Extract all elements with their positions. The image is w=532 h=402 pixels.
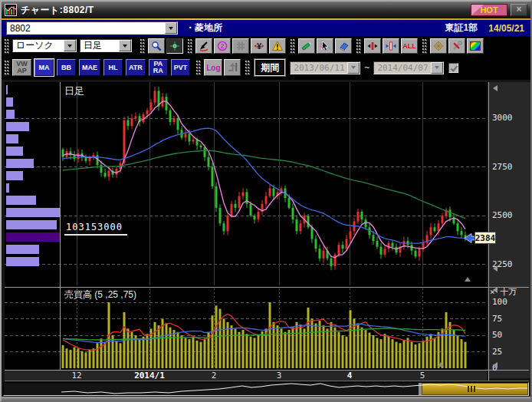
indicator-button-ma[interactable]: MA <box>34 59 54 76</box>
period-end-select[interactable]: 2014/04/07 <box>374 62 431 74</box>
period-start-select[interactable]: 2013/06/11 <box>291 62 347 74</box>
indicator-button-para[interactable]: PA RA <box>149 59 168 76</box>
indicator-button-atr[interactable]: ATR <box>126 59 146 76</box>
navigator-grip-icon[interactable] <box>468 386 475 392</box>
log-scale-button[interactable]: Log <box>204 59 222 76</box>
chart-type-combo: ローソク <box>12 39 77 52</box>
chart-region: 日足 売買高 (5 ,25 ,75) × 十万 103153000 2384 3… <box>2 80 530 396</box>
close-button[interactable]: × <box>511 4 527 16</box>
data-arrow-button[interactable] <box>195 38 212 54</box>
title-bar[interactable]: チャート:8802/T HOT × <box>2 2 530 18</box>
profile-bar <box>6 183 9 193</box>
chart-canvas[interactable] <box>2 80 530 396</box>
net-icon <box>433 41 444 51</box>
rainbow-icon <box>470 41 481 51</box>
expand-bars-button[interactable] <box>364 38 381 54</box>
stock-name-label: ・菱地所 <box>186 21 222 35</box>
settings-tools-button[interactable] <box>448 38 465 54</box>
grid-icon <box>235 41 246 51</box>
period-button[interactable]: 期間 <box>255 59 285 76</box>
svg-text:¥: ¥ <box>257 41 262 51</box>
chart-window: チャート:8802/T HOT × 8802 ・菱地所 東証1部 14/05/2… <box>0 0 532 402</box>
toolbar-grip[interactable] <box>4 60 9 75</box>
jump-arrow-icon <box>227 62 238 73</box>
toolbar-grip[interactable] <box>140 38 145 54</box>
circled-2-icon: 2 <box>217 41 228 51</box>
chart-type-dropdown-icon[interactable] <box>64 40 76 51</box>
profile-bar <box>6 232 60 242</box>
svg-text:2: 2 <box>221 42 225 50</box>
alert-button[interactable] <box>269 38 286 54</box>
stock-code-dropdown-icon[interactable] <box>165 22 177 34</box>
zoom-button[interactable] <box>148 38 165 54</box>
toolbar-grip[interactable] <box>195 60 201 75</box>
toolbar-grip[interactable] <box>4 38 9 54</box>
profile-bar <box>6 196 36 205</box>
profile-bar <box>6 208 60 217</box>
warning-icon <box>272 41 283 51</box>
expand-bars-icon <box>367 41 378 51</box>
indicator-button-pvt[interactable]: PVT <box>171 59 191 76</box>
tools-icon <box>452 41 462 51</box>
period-tilde: ~ <box>364 62 369 73</box>
profile-bar <box>6 245 39 254</box>
jump-button[interactable] <box>224 59 241 76</box>
shrink-bars-button[interactable] <box>383 38 399 54</box>
range-navigator[interactable] <box>3 382 529 396</box>
profile-bar <box>6 97 13 107</box>
profile-bar <box>6 122 29 131</box>
color-palette-button[interactable] <box>467 38 484 54</box>
header-bar: 8802 ・菱地所 東証1部 14/05/21 <box>2 20 530 36</box>
net-tool-button[interactable] <box>430 38 447 54</box>
chart-app-icon <box>5 4 17 16</box>
toolbar-grip[interactable] <box>245 60 250 75</box>
chart-type-select[interactable]: ローソク <box>13 40 64 51</box>
grid-tool-button[interactable] <box>232 38 249 54</box>
profile-bar <box>6 159 34 168</box>
circled-2-button[interactable]: 2 <box>214 38 231 54</box>
indicator-button-bb[interactable]: BB <box>57 59 76 76</box>
period-end-dropdown-icon[interactable] <box>431 62 443 74</box>
profile-bar <box>6 85 8 94</box>
indicator-button-vwap[interactable]: VW AP <box>12 59 31 76</box>
period-end-combo: 2014/04/07 <box>373 61 444 74</box>
shrink-bars-icon <box>386 41 396 51</box>
profile-bar <box>6 147 23 156</box>
toolbar-grip[interactable] <box>187 38 192 54</box>
indicator-button-hl[interactable]: HL <box>103 59 123 76</box>
yen-tool-button[interactable]: ¥ <box>251 38 268 54</box>
profile-bar <box>6 220 57 229</box>
period-checkbox[interactable] <box>448 63 458 73</box>
profile-bar <box>6 110 15 119</box>
all-button[interactable]: ALL <box>401 38 418 54</box>
magnifier-icon <box>151 41 162 51</box>
market-label: 東証1部 <box>445 21 478 35</box>
crosshair-button[interactable] <box>166 38 183 54</box>
profile-bar <box>6 257 39 266</box>
hot-button[interactable]: HOT <box>471 4 507 16</box>
toolbar-grip[interactable] <box>422 38 427 54</box>
toolbar-grip[interactable] <box>290 38 295 54</box>
timeframe-dropdown-icon[interactable] <box>119 40 131 51</box>
quote-date-label: 14/05/21 <box>488 23 524 34</box>
indicator-button-mae[interactable]: MAE <box>79 59 100 76</box>
all-label: ALL <box>402 42 416 50</box>
draw-pen-button[interactable] <box>298 38 315 54</box>
eraser-icon <box>338 41 349 51</box>
toolbar-grip[interactable] <box>356 38 361 54</box>
timeframe-select[interactable]: 日足 <box>80 40 119 51</box>
stock-code-combo: 8802 <box>6 21 178 35</box>
cursor-icon <box>320 41 330 51</box>
toolbar-indicators: VW APMABBMAEHLATRPA RAPVT Log 期間 2013/06… <box>2 55 530 80</box>
toolbar-main: ローソク 日足 <box>2 36 530 55</box>
select-cursor-button[interactable] <box>317 38 333 54</box>
crosshair-icon <box>169 41 180 51</box>
stock-code-input[interactable]: 8802 <box>7 22 165 34</box>
down-arrow-icon <box>199 41 209 51</box>
pen-icon <box>301 41 312 51</box>
period-start-dropdown-icon[interactable] <box>347 62 360 74</box>
window-title: チャート:8802/T <box>21 4 94 17</box>
eraser-button[interactable] <box>335 38 352 54</box>
profile-bar <box>6 171 23 180</box>
timeframe-combo: 日足 <box>80 39 132 52</box>
